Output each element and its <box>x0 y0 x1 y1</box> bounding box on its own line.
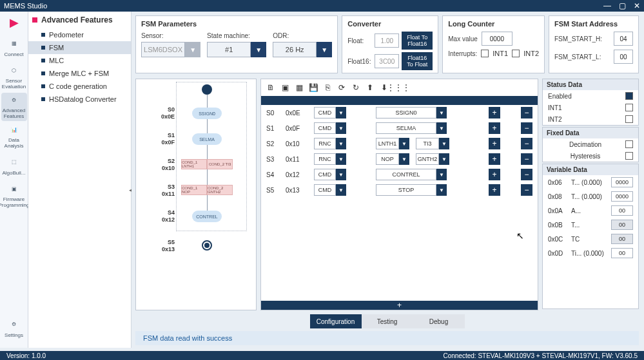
instr2-combo[interactable]: GNTH2▼ <box>416 153 449 165</box>
chevron-down-icon[interactable]: ▼ <box>336 153 346 165</box>
tab-testing[interactable]: Testing <box>362 314 413 328</box>
var-value-input[interactable]: 00 <box>611 234 633 244</box>
maximize-button[interactable]: ▢ <box>619 1 626 10</box>
rail-sensor-evaluation[interactable]: ⬡ Sensor Evaluation <box>1 63 27 91</box>
chevron-down-icon[interactable]: ▼ <box>399 138 409 149</box>
cfg-icon[interactable]: ▦ <box>295 83 304 92</box>
fsm-start-l-value[interactable]: 00 <box>614 50 633 64</box>
chevron-down-icon[interactable]: ▼ <box>336 122 346 134</box>
instr2-combo[interactable]: TI3▼ <box>416 138 449 149</box>
instr-combo[interactable]: SELMA▼ <box>376 122 447 134</box>
decimation-checkbox[interactable] <box>625 140 633 148</box>
float-to-float16-button[interactable]: Float To Float16 <box>402 32 433 50</box>
tree-item-c-code-generation[interactable]: C code generation <box>28 80 131 93</box>
var-value-input[interactable]: 00 <box>611 248 633 258</box>
chevron-down-icon[interactable]: ▼ <box>317 42 332 57</box>
add-button[interactable]: + <box>489 107 500 118</box>
type-combo[interactable]: CMD▼ <box>314 107 346 118</box>
sync-icon[interactable]: ↻ <box>351 83 360 92</box>
state-machine-combo[interactable]: #1 ▼ <box>207 42 266 57</box>
refresh-icon[interactable]: ⟳ <box>337 83 346 92</box>
var-value-input[interactable]: 00 <box>611 205 633 216</box>
rail-data-analysis[interactable]: 📊 Data Analysis <box>1 122 27 151</box>
rail-algobuilder[interactable]: ⬚ AlgoBuil... <box>1 152 27 180</box>
max-value-input[interactable]: 0000 <box>482 32 512 46</box>
float16-input[interactable]: 3C00 <box>375 54 399 68</box>
file-icon[interactable]: 🗎 <box>266 83 275 92</box>
instr-combo[interactable]: STOP▼ <box>376 184 447 196</box>
add-button[interactable]: + <box>489 122 500 134</box>
chevron-down-icon[interactable]: ▼ <box>439 153 449 165</box>
remove-button[interactable]: − <box>521 107 532 118</box>
type-combo[interactable]: RNC▼ <box>314 153 346 165</box>
hysteresis-checkbox[interactable] <box>625 152 633 160</box>
instr1-combo[interactable]: LNTH1▼ <box>376 138 409 149</box>
close-button[interactable]: ✕ <box>634 1 640 10</box>
float16-to-float-button[interactable]: Float16 To Float <box>402 52 433 70</box>
rail-firmware-programming[interactable]: ▣ Firmware Programming <box>1 182 27 210</box>
float-input[interactable]: 1.00 <box>375 33 399 48</box>
fsm-start-h-value[interactable]: 04 <box>614 32 633 46</box>
flow-cond-s2[interactable]: COND_1 LNTH1COND_2 TI3 <box>181 159 233 169</box>
tree-item-fsm[interactable]: FSM <box>28 41 131 54</box>
chevron-down-icon[interactable]: ▼ <box>336 184 346 196</box>
odr-combo[interactable]: 26 Hz ▼ <box>273 42 332 57</box>
flow-node-contrel[interactable]: CONTREL <box>192 211 222 222</box>
var-value-input[interactable]: 0000 <box>611 191 633 202</box>
var-value-input[interactable]: 0000 <box>611 177 633 187</box>
minimize-button[interactable]: — <box>603 1 611 10</box>
rail-connect[interactable]: ▦ Connect <box>1 33 27 62</box>
type-combo[interactable]: CMD▼ <box>314 184 346 196</box>
run-button[interactable]: ▶ <box>1 14 27 32</box>
add-button[interactable]: + <box>489 138 500 149</box>
rail-advanced-features[interactable]: ⚙ Advanced Features <box>1 93 27 121</box>
remove-button[interactable]: − <box>521 184 532 196</box>
type-combo[interactable]: CMD▼ <box>314 122 346 134</box>
chevron-down-icon[interactable]: ▼ <box>185 42 200 57</box>
chevron-down-icon[interactable]: ▼ <box>399 153 409 165</box>
type-combo[interactable]: RNC▼ <box>314 138 346 149</box>
tree-item-merge-mlc-fsm[interactable]: Merge MLC + FSM <box>28 67 131 80</box>
enabled-checkbox[interactable] <box>625 92 633 100</box>
add-button[interactable]: + <box>489 169 500 180</box>
tab-debug[interactable]: Debug <box>413 314 465 328</box>
remove-button[interactable]: − <box>521 169 532 180</box>
flow-cond-s3[interactable]: COND_1 NOPCOND_2 GNTH2 <box>181 185 233 195</box>
fsm-icon[interactable]: ▣ <box>280 83 289 92</box>
tree-item-hsdatalog-converter[interactable]: HSDatalog Converter <box>28 93 131 106</box>
remove-button[interactable]: − <box>521 122 532 134</box>
rail-settings[interactable]: ⚙ Settings <box>1 314 27 343</box>
flow-node-selma[interactable]: SELMA <box>192 133 222 145</box>
chevron-down-icon[interactable]: ▼ <box>251 42 266 57</box>
chevron-down-icon[interactable]: ▼ <box>336 138 346 149</box>
status-int1-checkbox[interactable] <box>625 104 633 111</box>
chevron-down-icon[interactable]: ▼ <box>439 138 449 149</box>
int2-checkbox[interactable] <box>512 50 520 57</box>
int1-checkbox[interactable] <box>481 50 489 57</box>
sensor-combo[interactable]: LSM6DSOX ▼ <box>141 42 200 57</box>
chevron-down-icon[interactable]: ▼ <box>436 184 447 196</box>
save-icon[interactable]: 💾 <box>309 83 318 92</box>
type-combo[interactable]: CMD▼ <box>314 169 346 180</box>
add-button[interactable]: + <box>489 153 500 165</box>
instr-combo[interactable]: CONTREL▼ <box>376 169 447 180</box>
add-row-button[interactable]: + <box>261 301 538 310</box>
chevron-down-icon[interactable]: ▼ <box>436 169 447 180</box>
add-button[interactable]: + <box>489 184 500 196</box>
var-value-input[interactable]: 00 <box>611 220 633 230</box>
chevron-down-icon[interactable]: ▼ <box>436 122 447 134</box>
instr1-combo[interactable]: NOP▼ <box>376 153 409 165</box>
tree-item-pedometer[interactable]: Pedometer <box>28 28 131 41</box>
status-int2-checkbox[interactable] <box>625 115 633 123</box>
upload-icon[interactable]: ⬆ <box>366 83 375 92</box>
grid-icon[interactable]: ⋮⋮⋮ <box>394 83 403 92</box>
remove-button[interactable]: − <box>521 153 532 165</box>
flow-node-ssign0[interactable]: SSIGN0 <box>192 108 222 119</box>
chevron-down-icon[interactable]: ▼ <box>436 107 447 118</box>
tree-item-mlc[interactable]: MLC <box>28 54 131 67</box>
instr-combo[interactable]: SSIGN0▼ <box>376 107 447 118</box>
copy-icon[interactable]: ⎘ <box>323 83 332 92</box>
remove-button[interactable]: − <box>521 138 532 149</box>
tab-configuration[interactable]: Configuration <box>310 314 362 328</box>
chevron-down-icon[interactable]: ▼ <box>336 107 346 118</box>
